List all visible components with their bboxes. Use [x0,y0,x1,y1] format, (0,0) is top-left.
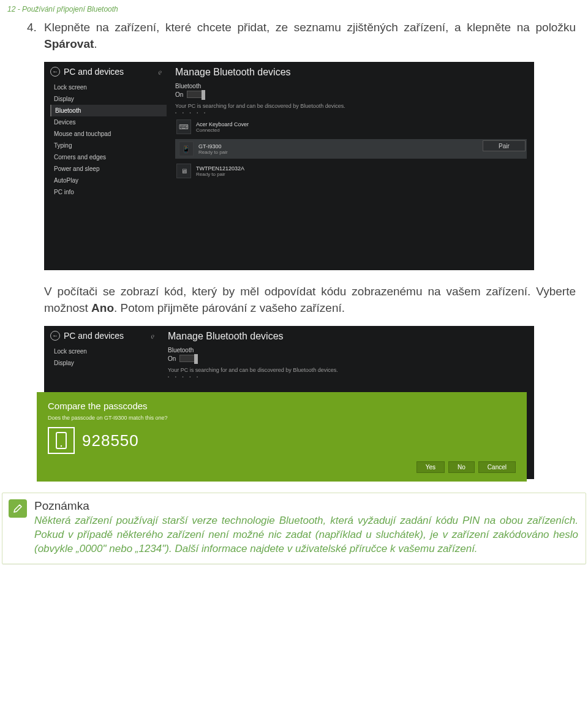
search-icon[interactable]: 𝜌 [151,332,154,339]
content-heading: Manage Bluetooth devices [175,67,527,78]
phone-icon: 📱 [179,142,194,156]
back-icon[interactable]: ← [50,67,60,77]
settings-content: Manage Bluetooth devices Bluetooth On Yo… [159,326,534,479]
note-box: Poznámka Některá zařízení používají star… [2,493,586,564]
device-row-keyboard[interactable]: ⌨ Acer Keyboard Cover Connected [175,117,527,137]
device-name: TWTPEN1212032A [196,165,244,172]
bt-label: Bluetooth [168,347,527,354]
note-body: Některá zařízení používají starší verze … [34,514,578,556]
step-pre: Klepněte na zařízení, které chcete přida… [44,21,576,34]
keyboard-icon: ⌨ [176,119,191,134]
bt-state: On [168,355,176,362]
sidebar-item-typing[interactable]: Typing [50,140,167,151]
computer-icon: 🖥 [176,164,191,178]
step-post: . [94,37,97,50]
bt-state: On [175,91,183,98]
page-title: PC and devices [64,331,124,341]
sidebar-item-power[interactable]: Power and sleep [50,163,167,175]
bt-searching-label: Your PC is searching for and can be disc… [168,367,527,373]
sidebar-item-devices[interactable]: Devices [50,116,167,128]
sidebar-item-lockscreen[interactable]: Lock screen [50,346,159,357]
pair-button[interactable]: Pair [483,140,526,151]
dialog-question: Does the passcode on GT-I9300 match this… [48,415,516,421]
ano-bold: Ano [91,301,114,314]
device-row-phone[interactable]: 📱 GT-I9300 Ready to pair [175,139,527,159]
yes-button[interactable]: Yes [417,461,445,473]
device-status: Ready to pair [198,149,228,155]
sidebar-item-display[interactable]: Display [50,93,167,105]
progress-dots: • • • • • [168,375,527,379]
back-icon[interactable]: ← [50,331,60,341]
screenshot-devices: ← PC and devices 𝜌 Lock screen Display B… [44,62,534,270]
page-header-crumb: 12 - Používání připojení Bluetooth [0,0,588,16]
sidebar-item-corners[interactable]: Corners and edges [50,151,167,163]
screenshot-passcode: ← PC and devices 𝜌 Lock screen Display P… [44,326,534,479]
dialog-title: Compare the passcodes [48,401,516,411]
sidebar-item-pcinfo[interactable]: PC info [50,186,167,198]
device-name: GT-I9300 [198,143,228,149]
page-title: PC and devices [64,67,124,77]
sidebar-item-display[interactable]: Display [50,357,159,369]
search-icon[interactable]: 𝜌 [159,68,162,75]
bt-searching-label: Your PC is searching for and can be disc… [175,103,527,109]
sidebar-item-autoplay[interactable]: AutoPlay [50,175,167,186]
note-pencil-icon [9,499,27,518]
step-number: 4. [27,20,37,36]
sidebar-item-bluetooth[interactable]: Bluetooth [50,105,167,116]
passcode-value: 928550 [82,431,139,450]
bt-label: Bluetooth [175,83,527,89]
sidebar-item-lockscreen[interactable]: Lock screen [50,81,167,93]
svg-point-1 [61,445,62,447]
step-bold: Spárovat [44,37,94,50]
device-status: Connected [196,127,249,133]
settings-sidebar: ← PC and devices 𝜌 Lock screen Display B… [44,62,167,270]
progress-dots: • • • • • [175,111,527,115]
device-row-pen[interactable]: 🖥 TWTPEN1212032A Ready to pair [175,161,527,181]
phone-outline-icon [48,427,75,454]
pairing-paragraph: V počítači se zobrazí kód, který by měl … [44,284,576,316]
device-name: Acer Keyboard Cover [196,121,249,127]
bt-toggle[interactable] [187,91,204,98]
passcode-dialog: Compare the passcodes Does the passcode … [37,392,527,482]
sidebar-item-mouse[interactable]: Mouse and touchpad [50,128,167,140]
settings-content: Manage Bluetooth devices Bluetooth On Yo… [167,62,534,270]
cancel-button[interactable]: Cancel [478,461,516,473]
bt-toggle[interactable] [179,355,197,362]
step-4-text: 4. Klepněte na zařízení, které chcete př… [44,20,576,52]
note-title: Poznámka [34,499,578,513]
no-button[interactable]: No [448,461,475,473]
device-status: Ready to pair [196,172,244,177]
content-heading: Manage Bluetooth devices [168,331,527,342]
